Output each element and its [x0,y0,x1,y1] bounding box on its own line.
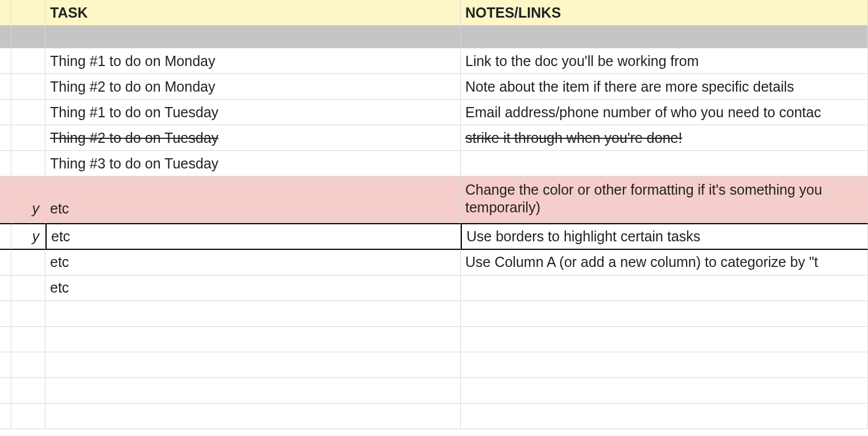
header-notes[interactable]: NOTES/LINKS [461,0,868,26]
row-edge[interactable] [0,176,11,223]
cell-a[interactable] [11,327,46,352]
cell-task[interactable] [46,26,461,48]
cell-a[interactable] [11,404,46,429]
cell-task[interactable]: etc [46,176,461,223]
cell-notes[interactable]: Note about the item if there are more sp… [461,74,868,100]
cell-notes[interactable]: Email address/phone number of who you ne… [461,100,868,125]
cell-task[interactable]: Thing #1 to do on Monday [46,48,461,74]
header-task[interactable]: TASK [46,0,461,26]
cell-notes[interactable] [461,352,868,378]
cell-a[interactable]: y [11,176,46,223]
cell-notes[interactable]: Change the color or other formatting if … [461,176,868,223]
cell-a[interactable] [11,352,46,378]
cell-a[interactable] [11,275,46,301]
cell-task[interactable]: etc [46,275,461,301]
cell-notes[interactable] [461,378,868,404]
cell-notes[interactable] [461,301,868,327]
row-edge[interactable] [0,151,11,176]
row-edge[interactable] [0,275,11,301]
row-edge[interactable] [0,74,11,100]
cell-a[interactable] [11,125,46,151]
cell-notes[interactable]: Link to the doc you'll be working from [461,48,868,74]
cell-notes[interactable]: strike it through when you're done! [461,125,868,151]
cell-notes[interactable] [461,151,868,176]
cell-task[interactable] [46,301,461,327]
row-edge[interactable] [0,404,11,429]
cell-a[interactable] [11,100,46,125]
cell-task[interactable] [46,327,461,352]
row-edge[interactable] [0,26,11,48]
row-edge[interactable] [0,48,11,74]
cell-notes[interactable] [461,404,868,429]
cell-task[interactable] [46,378,461,404]
cell-notes[interactable] [461,275,868,301]
cell-task[interactable]: Thing #3 to do on Tuesday [46,151,461,176]
cell-a[interactable] [11,74,46,100]
header-col-a[interactable] [11,0,46,26]
cell-task[interactable]: Thing #2 to do on Monday [46,74,461,100]
row-edge[interactable] [0,352,11,378]
cell-notes[interactable] [461,327,868,352]
row-edge[interactable] [0,327,11,352]
cell-notes[interactable] [461,26,868,48]
row-edge[interactable] [0,100,11,125]
row-edge[interactable] [0,378,11,404]
row-edge[interactable] [0,250,11,275]
header-col-edge[interactable] [0,0,11,26]
row-edge[interactable] [0,223,11,250]
cell-notes[interactable]: Use Column A (or add a new column) to ca… [461,250,868,275]
cell-notes[interactable]: Use borders to highlight certain tasks [461,223,868,250]
cell-task[interactable] [46,404,461,429]
cell-a[interactable]: y [11,223,46,250]
cell-task[interactable] [46,352,461,378]
cell-task[interactable]: etc [46,223,461,250]
cell-a[interactable] [11,26,46,48]
row-edge[interactable] [0,301,11,327]
cell-a[interactable] [11,301,46,327]
cell-a[interactable] [11,378,46,404]
cell-task[interactable]: Thing #1 to do on Tuesday [46,100,461,125]
cell-a[interactable] [11,48,46,74]
cell-a[interactable] [11,151,46,176]
cell-task[interactable]: etc [46,250,461,275]
spreadsheet-grid[interactable]: TASK NOTES/LINKS Thing #1 to do on Monda… [0,0,868,429]
cell-task[interactable]: Thing #2 to do on Tuesday [46,125,461,151]
row-edge[interactable] [0,125,11,151]
cell-a[interactable] [11,250,46,275]
